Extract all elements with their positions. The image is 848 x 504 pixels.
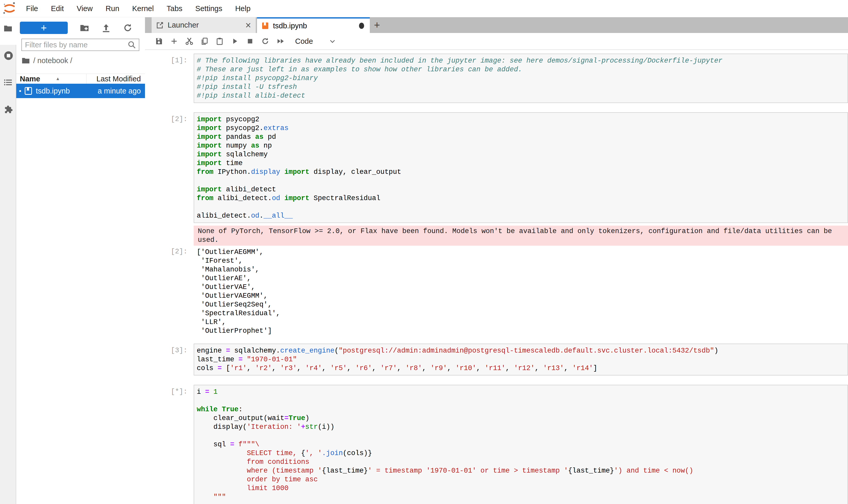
menu-settings[interactable]: Settings (189, 0, 229, 17)
menu-help[interactable]: Help (229, 0, 257, 17)
cell-editor[interactable]: engine = sqlalchemy.create_engine("postg… (194, 344, 848, 376)
cell-output: [2]: ['OutlierAEGMM', 'IForest', 'Mahala… (145, 248, 848, 335)
chevron-down-icon (329, 38, 336, 45)
code-cell-3: [3]: engine = sqlalchemy.create_engine("… (145, 344, 848, 376)
file-browser-toolbar: + (16, 21, 145, 35)
save-icon (155, 37, 163, 45)
execution-count: [1]: (145, 54, 194, 103)
cell-editor[interactable]: i = 1 while True: clear_output(wait=True… (194, 385, 848, 504)
code-cell-1: [1]: # The following libraries have alre… (145, 54, 848, 103)
cut-cells-button[interactable] (182, 35, 197, 48)
new-launcher-button[interactable]: + (20, 22, 68, 34)
refresh-icon[interactable] (123, 23, 133, 33)
cell-editor[interactable]: # The following libraries have already b… (194, 54, 848, 103)
tab-tsdb-ipynb[interactable]: tsdb.ipynb (257, 17, 370, 33)
launcher-icon (156, 21, 164, 29)
tab-label: Launcher (168, 21, 241, 29)
stderr-output: None of PyTorch, TensorFlow >= 2.0, or F… (194, 226, 848, 246)
insert-cell-button[interactable] (166, 35, 182, 48)
menu-edit[interactable]: Edit (44, 0, 70, 17)
menu-bar: File Edit View Run Kernel Tabs Settings … (0, 0, 848, 17)
run-cell-button[interactable] (227, 35, 242, 48)
folder-icon (21, 56, 30, 65)
output-text: ['OutlierAEGMM', 'IForest', 'Mahalanobis… (194, 248, 280, 335)
folder-icon[interactable] (3, 24, 13, 33)
column-header-name[interactable]: Name ▲ (16, 74, 87, 84)
new-folder-icon[interactable] (79, 23, 89, 33)
activity-bar (0, 17, 16, 504)
filter-files-input[interactable] (22, 41, 127, 49)
cell-type-value: Code (295, 37, 313, 46)
notebook-content: [1]: # The following libraries have alre… (145, 50, 848, 504)
menu-file[interactable]: File (20, 0, 44, 17)
main-dock-panel: Launcher × tsdb.ipynb + (145, 17, 848, 504)
execution-count: [2]: (145, 112, 194, 223)
notebook-icon (261, 22, 269, 30)
jupyter-logo-icon (3, 2, 17, 15)
cell-type-select[interactable]: Code (295, 37, 336, 46)
fast-forward-icon (276, 37, 285, 46)
upload-icon[interactable] (101, 23, 111, 33)
menu-run[interactable]: Run (99, 0, 126, 17)
menu-tabs[interactable]: Tabs (160, 0, 189, 17)
paste-icon (216, 37, 224, 45)
output-prompt: [2]: (145, 248, 194, 335)
restart-run-all-button[interactable] (273, 35, 288, 48)
execution-count: [3]: (145, 344, 194, 376)
unsaved-changes-indicator (359, 23, 364, 29)
running-sessions-icon[interactable] (3, 51, 14, 61)
paste-cells-button[interactable] (212, 35, 227, 48)
breadcrumb[interactable]: / notebook / (21, 56, 72, 65)
file-last-modified: a minute ago (97, 87, 145, 95)
execution-count: [*]: (145, 385, 194, 504)
search-icon (127, 40, 136, 49)
copy-icon (200, 37, 209, 45)
new-tab-button[interactable]: + (370, 17, 384, 33)
copy-cells-button[interactable] (197, 35, 212, 48)
tab-launcher[interactable]: Launcher × (151, 17, 256, 33)
file-row-tsdb-ipynb[interactable]: • tsdb.ipynb a minute ago (16, 84, 145, 98)
file-name: tsdb.ipynb (36, 87, 97, 95)
notebook-toolbar: Code (145, 33, 848, 50)
file-browser-panel: + / not (16, 17, 145, 504)
dock-tab-bar: Launcher × tsdb.ipynb + (145, 17, 848, 33)
code-cell-2: [2]: import psycopg2import psycopg2.extr… (145, 112, 848, 223)
tab-label: tsdb.ipynb (273, 22, 359, 30)
file-open-indicator: • (16, 87, 24, 95)
cut-icon (185, 37, 194, 46)
table-of-contents-icon[interactable] (3, 78, 13, 87)
code-cell-4-running: [*]: i = 1 while True: clear_output(wait… (145, 385, 848, 504)
jupyterlab-window: File Edit View Run Kernel Tabs Settings … (0, 0, 848, 504)
file-list-header: Name ▲ Last Modified (16, 74, 145, 84)
add-icon (170, 37, 178, 45)
restart-icon (261, 37, 269, 45)
cell-editor[interactable]: import psycopg2import psycopg2.extrasimp… (194, 112, 848, 223)
run-icon (231, 37, 239, 45)
sort-ascending-icon: ▲ (56, 76, 60, 82)
breadcrumb-path: / notebook / (33, 56, 72, 65)
save-button[interactable] (151, 35, 166, 48)
stop-icon (247, 38, 253, 44)
filter-files-box (21, 39, 139, 51)
extensions-icon[interactable] (3, 105, 13, 114)
close-icon[interactable]: × (241, 20, 256, 30)
interrupt-kernel-button[interactable] (242, 35, 257, 48)
notebook-icon (24, 87, 33, 95)
menu-kernel[interactable]: Kernel (126, 0, 160, 17)
restart-kernel-button[interactable] (257, 35, 273, 48)
menu-view[interactable]: View (70, 0, 99, 17)
column-header-last-modified[interactable]: Last Modified (87, 75, 145, 83)
